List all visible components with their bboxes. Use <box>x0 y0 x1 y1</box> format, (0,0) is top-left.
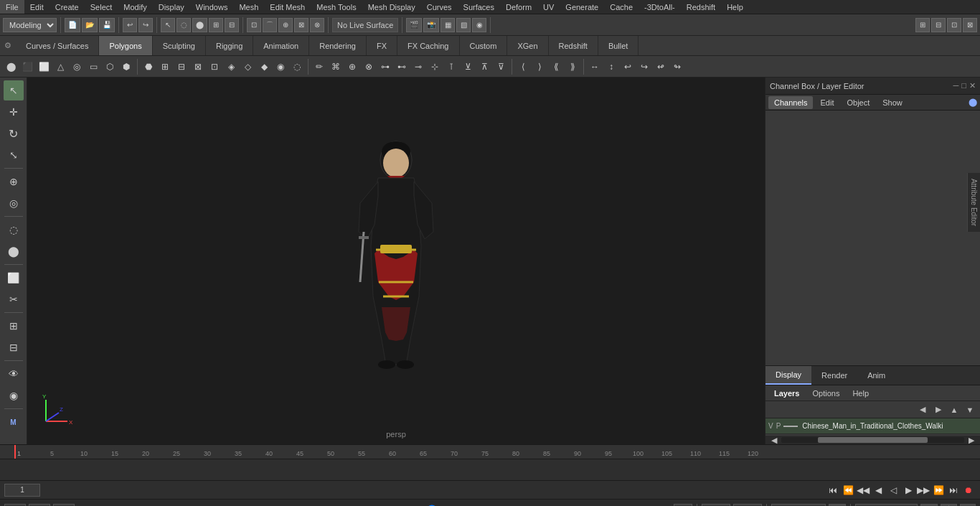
redo-btn[interactable]: ↪ <box>138 18 153 32</box>
undo-btn[interactable]: ↩ <box>123 18 137 32</box>
shape17-btn[interactable]: ◉ <box>273 58 288 75</box>
options-subtab[interactable]: Options <box>806 387 845 400</box>
menu-select[interactable]: Select <box>85 0 118 14</box>
scale-tool-btn[interactable]: ⤡ <box>4 145 24 165</box>
universal-tool-btn[interactable]: ⊕ <box>4 172 24 192</box>
render2-btn[interactable]: 📸 <box>423 18 439 32</box>
open-scene-btn[interactable]: 📂 <box>82 18 98 32</box>
snap1-btn[interactable]: ⊞ <box>209 18 223 32</box>
tabs-gear-btn[interactable]: ⚙ <box>0 36 16 55</box>
char-set-dropdown-btn[interactable]: ▼ <box>920 504 938 507</box>
frame-field[interactable] <box>4 484 40 497</box>
tool5-btn[interactable]: ⊶ <box>377 58 393 75</box>
shape14-btn[interactable]: ◈ <box>223 58 239 75</box>
shape12-btn[interactable]: ⊠ <box>190 58 206 75</box>
menu-modify[interactable]: Modify <box>118 0 152 14</box>
layers-subtab[interactable]: Layers <box>768 387 805 400</box>
layout2-btn[interactable]: ⊟ <box>931 18 946 32</box>
layer-item[interactable]: V P Chinese_Man_in_Traditional_Clothes_W… <box>765 418 980 434</box>
layer-up-btn[interactable]: ▲ <box>947 403 961 417</box>
layout4-btn[interactable]: ⊠ <box>963 18 977 32</box>
shape16-btn[interactable]: ◆ <box>256 58 272 75</box>
display-tab[interactable]: Display <box>765 366 811 385</box>
tab-bullet[interactable]: Bullet <box>598 36 639 55</box>
tool10-btn[interactable]: ⊻ <box>460 58 476 75</box>
char-set-extra-btn[interactable]: ⊕ <box>960 504 976 507</box>
tool11-btn[interactable]: ⊼ <box>476 58 492 75</box>
prev-frame-btn[interactable]: ◀◀ <box>856 483 870 497</box>
channel-maximize-btn[interactable]: □ <box>961 81 966 90</box>
next-key-btn[interactable]: ▶▶ <box>916 483 930 497</box>
snap2-btn[interactable]: ⊟ <box>225 18 239 32</box>
menu-cache[interactable]: Cache <box>604 0 639 14</box>
special6-btn[interactable]: ↬ <box>669 58 685 75</box>
special1-btn[interactable]: ↔ <box>587 58 603 75</box>
lasso-btn[interactable]: ◌ <box>176 18 191 32</box>
cylinder-btn[interactable]: ⬜ <box>36 58 52 75</box>
channels-tab[interactable]: Channels <box>768 96 813 109</box>
snap-to-poly-btn[interactable]: ⊞ <box>4 316 24 336</box>
next-frame-btn[interactable]: ⏩ <box>931 483 946 497</box>
deform1-btn[interactable]: ⟨ <box>515 58 531 75</box>
channel-minimize-btn[interactable]: ─ <box>953 81 959 90</box>
tool4-btn[interactable]: ⊗ <box>361 58 377 75</box>
go-end-btn[interactable]: ⏭ <box>946 483 961 497</box>
prev-key-btn[interactable]: ◀ <box>871 483 885 497</box>
menu-redshift[interactable]: Redshift <box>681 0 721 14</box>
tab-fx-caching[interactable]: FX Caching <box>397 36 459 55</box>
deform3-btn[interactable]: ⟪ <box>548 58 564 75</box>
mode-select[interactable]: Modeling <box>3 18 57 32</box>
menu-mesh-display[interactable]: Mesh Display <box>362 0 421 14</box>
tab-xgen[interactable]: XGen <box>507 36 548 55</box>
object-tab[interactable]: Object <box>841 96 875 109</box>
menu-edit-mesh[interactable]: Edit Mesh <box>264 0 311 14</box>
edit-tab[interactable]: Edit <box>814 96 839 109</box>
render4-btn[interactable]: ▧ <box>456 18 471 32</box>
render-tab[interactable]: Render <box>811 366 857 385</box>
menu-help[interactable]: Help <box>721 0 749 14</box>
ch-color-btn[interactable]: ⬤ <box>969 98 977 107</box>
plane-btn[interactable]: ▭ <box>85 58 101 75</box>
menu-mesh[interactable]: Mesh <box>233 0 264 14</box>
special3-btn[interactable]: ↩ <box>620 58 636 75</box>
char-set-settings-btn[interactable]: ⚙ <box>941 504 957 507</box>
channel-close-btn[interactable]: ✕ <box>969 81 976 90</box>
sphere-btn[interactable]: ⬤ <box>3 58 19 75</box>
menu-generate[interactable]: Generate <box>560 0 604 14</box>
tool1-btn[interactable]: ✏ <box>311 58 327 75</box>
show-tab[interactable]: Show <box>877 96 908 109</box>
final-end-field[interactable] <box>733 504 762 507</box>
tool8-btn[interactable]: ⊹ <box>427 58 443 75</box>
snap-view-btn[interactable]: ⊠ <box>294 18 308 32</box>
shape9-btn[interactable]: ⬣ <box>141 58 156 75</box>
right-panel-label[interactable]: Attribute Editor <box>967 173 980 232</box>
scroll-track[interactable] <box>781 437 964 443</box>
paint-sel-btn[interactable]: ⬤ <box>4 241 24 261</box>
save-scene-btn[interactable]: 💾 <box>99 18 115 32</box>
tab-redshift[interactable]: Redshift <box>549 36 598 55</box>
snap-grid-btn[interactable]: ⊡ <box>247 18 261 32</box>
viewport[interactable]: View Shading Lighting Show Renderer Pane… <box>27 78 765 444</box>
layer-down-btn[interactable]: ▼ <box>963 403 977 417</box>
snap-point-btn[interactable]: ⊕ <box>278 18 293 32</box>
disk-btn[interactable]: ⬡ <box>102 58 118 75</box>
range-slider[interactable] <box>77 504 671 507</box>
menu-mesh-tools[interactable]: Mesh Tools <box>311 0 362 14</box>
layer-back-btn[interactable]: ◀ <box>915 403 930 417</box>
anim-tab[interactable]: Anim <box>857 366 895 385</box>
tab-fx[interactable]: FX <box>367 36 397 55</box>
snap-extra-btn[interactable]: ⊗ <box>310 18 324 32</box>
tool2-btn[interactable]: ⌘ <box>328 58 344 75</box>
tab-rigging[interactable]: Rigging <box>206 36 253 55</box>
snap-to-grid-btn[interactable]: ⊟ <box>4 337 24 357</box>
cube-btn[interactable]: ⬛ <box>19 58 35 75</box>
menu-deform[interactable]: Deform <box>500 0 537 14</box>
layout1-btn[interactable]: ⊞ <box>915 18 930 32</box>
menu-curves[interactable]: Curves <box>421 0 458 14</box>
render-btn[interactable]: 🎬 <box>406 18 422 32</box>
select-tool-btn[interactable]: ↖ <box>4 80 24 100</box>
show-hide-btn[interactable]: 👁 <box>4 364 24 384</box>
play-forward-btn[interactable]: ▶ <box>901 483 915 497</box>
record-btn[interactable]: ⏺ <box>961 483 976 497</box>
tab-rendering[interactable]: Rendering <box>309 36 367 55</box>
